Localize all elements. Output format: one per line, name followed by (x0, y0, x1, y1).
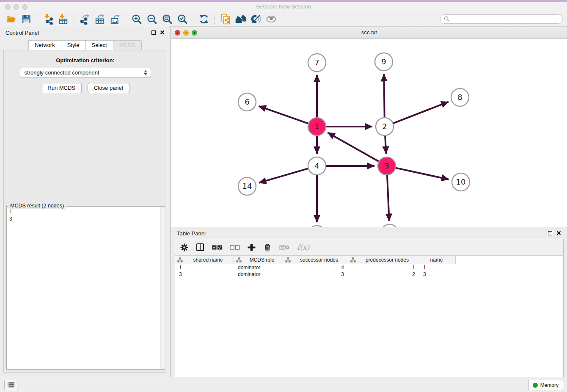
export-image-icon[interactable] (109, 13, 121, 25)
gear-icon[interactable] (180, 243, 188, 251)
graph-edge-1-6[interactable] (259, 106, 308, 124)
svg-text:4: 4 (314, 161, 319, 170)
table-cell[interactable]: 1 (348, 265, 419, 271)
close-panel-icon[interactable] (556, 231, 561, 235)
network-canvas[interactable]: 7968124314101511 (171, 39, 567, 251)
tab-mcds[interactable]: MCDS (113, 40, 142, 50)
network-view-window: scc.txt 7968124314101511 (171, 26, 567, 251)
graph-node-10[interactable]: 10 (452, 173, 470, 191)
svg-text:14: 14 (242, 182, 252, 190)
export-network-icon[interactable] (78, 13, 91, 25)
task-history-button[interactable] (4, 380, 17, 390)
graph-edge-2-8[interactable] (394, 102, 449, 123)
node-attribute-icon (285, 257, 291, 262)
graph-node-8[interactable]: 8 (451, 88, 469, 106)
column-header-label: successor nodes (292, 257, 348, 263)
graph-edge-2-3[interactable] (385, 136, 386, 154)
table-cell[interactable]: dominator (234, 271, 283, 277)
graph-node-7[interactable]: 7 (308, 54, 326, 72)
graph-node-3[interactable]: 3 (378, 157, 396, 175)
function-icon[interactable]: f(x) (297, 243, 309, 251)
graph-edge-3-10[interactable] (396, 168, 449, 179)
run-mcds-button[interactable]: Run MCDS (41, 83, 82, 93)
import-network-icon[interactable] (41, 13, 54, 25)
graph-node-2[interactable]: 2 (376, 118, 394, 135)
refresh-icon[interactable] (198, 13, 210, 25)
main-toolbar (0, 12, 567, 26)
zoom-fit-icon[interactable] (161, 13, 173, 25)
graph-edge-3-1[interactable] (328, 133, 379, 161)
delete-table-icon[interactable] (279, 244, 289, 251)
network-file-icon[interactable] (219, 13, 232, 25)
delete-row-icon[interactable] (263, 243, 272, 252)
zoom-out-icon[interactable] (146, 13, 158, 25)
column-header-successor-nodes[interactable]: successor nodes (283, 256, 348, 264)
control-panel-title: Control Panel (6, 30, 39, 36)
optimization-criterion-select[interactable]: strongly connected component (20, 68, 151, 77)
graphics-details-icon[interactable] (250, 13, 262, 25)
graph-node-1[interactable]: 1 (308, 118, 326, 135)
table-cell[interactable]: 1 (175, 265, 234, 271)
memory-button[interactable]: Memory (528, 380, 563, 390)
add-row-icon[interactable] (248, 243, 256, 251)
column-header-label: shared name (184, 257, 234, 263)
table-row[interactable]: 3dominator323 (175, 271, 563, 278)
node-attribute-icon (236, 257, 242, 262)
graph-edge-2-9[interactable] (384, 74, 384, 117)
zoom-in-icon[interactable] (130, 13, 143, 25)
table-panel: Table Panel (171, 227, 567, 392)
graph-node-14[interactable]: 14 (238, 177, 256, 195)
column-header-predecessor-nodes[interactable]: predecessor nodes (348, 256, 419, 264)
table-body: 1dominator4113dominator323 (175, 264, 563, 278)
table-cell[interactable]: 3 (283, 271, 348, 277)
table-cell[interactable]: 4 (283, 265, 348, 271)
open-session-icon[interactable] (5, 13, 17, 25)
select-all-icon[interactable] (212, 245, 222, 250)
graph-node-6[interactable]: 6 (238, 93, 256, 111)
save-session-icon[interactable] (20, 13, 33, 25)
deselect-all-icon[interactable] (230, 245, 240, 250)
memory-label: Memory (540, 382, 559, 388)
close-panel-icon[interactable] (160, 30, 165, 35)
node-table: shared nameMCDS rolesuccessor nodesprede… (175, 256, 563, 377)
graph-node-4[interactable]: 4 (308, 157, 326, 175)
svg-text:10: 10 (456, 177, 466, 186)
close-panel-button[interactable]: Close panel (88, 83, 129, 93)
dropdown-stepper-icon (144, 70, 147, 75)
column-header-shared-name[interactable]: shared name (175, 256, 234, 264)
table-cell[interactable]: 1 (419, 265, 456, 271)
graph-edge-4-14[interactable] (259, 168, 308, 183)
control-panel: Control Panel NetworkStyleSelectMCDS Opt… (0, 26, 171, 377)
mcds-result-text[interactable]: 1 3 (7, 207, 160, 369)
float-panel-icon[interactable] (151, 30, 156, 35)
result-scrollbar[interactable] (160, 207, 164, 369)
import-table-icon[interactable] (57, 13, 69, 25)
graph-edges (259, 74, 449, 222)
split-columns-icon[interactable] (196, 243, 204, 251)
toolbar-separator (37, 14, 37, 25)
float-panel-icon[interactable] (548, 231, 552, 235)
memory-status-icon (533, 383, 538, 388)
column-header-MCDS-role[interactable]: MCDS role (234, 256, 283, 264)
tab-network[interactable]: Network (28, 40, 61, 50)
search-input[interactable] (451, 16, 559, 22)
column-header-name[interactable]: name (419, 256, 456, 264)
table-cell[interactable]: dominator (234, 265, 283, 271)
zoom-selected-icon[interactable] (176, 13, 189, 25)
eye-icon[interactable] (265, 13, 278, 25)
network-window-titlebar[interactable]: scc.txt (171, 26, 567, 39)
svg-text:1: 1 (314, 122, 319, 131)
table-cell[interactable]: 3 (175, 271, 234, 277)
toolbar-separator (126, 14, 126, 25)
graph-edge-3-11[interactable] (387, 175, 389, 221)
table-cell[interactable]: 3 (419, 271, 456, 277)
tab-select[interactable]: Select (85, 40, 113, 50)
graph-node-9[interactable]: 9 (375, 53, 393, 71)
tab-style[interactable]: Style (61, 40, 86, 50)
home-icon[interactable] (234, 13, 247, 25)
table-cell[interactable]: 2 (348, 271, 419, 277)
search-box[interactable] (440, 14, 563, 24)
export-table-icon[interactable] (94, 13, 106, 25)
toolbar-separator (193, 14, 193, 25)
table-row[interactable]: 1dominator411 (175, 264, 563, 271)
